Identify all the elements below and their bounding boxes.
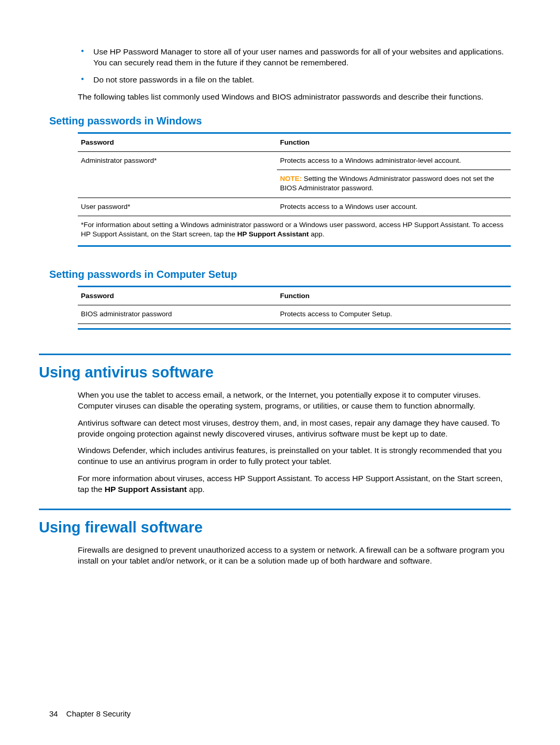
cell-function: Protects access to a Windows administrat… xyxy=(277,151,511,198)
intro-block: Use HP Password Manager to store all of … xyxy=(78,47,511,103)
intro-paragraph: The following tables list commonly used … xyxy=(78,92,511,103)
table-bottom-rule xyxy=(78,328,511,330)
table-row: Administrator password* Protects access … xyxy=(78,151,511,198)
para-post: app. xyxy=(187,485,204,494)
paragraph: Antivirus software can detect most virus… xyxy=(78,418,511,440)
document-page: Use HP Password Manager to store all of … xyxy=(0,0,560,745)
paragraph: For more information about viruses, acce… xyxy=(78,473,511,495)
cell-function: Protects access to a Windows user accoun… xyxy=(277,198,511,216)
windows-table-wrap: Password Function Administrator password… xyxy=(78,132,511,247)
heading-setup: Setting passwords in Computer Setup xyxy=(49,268,511,282)
list-item: Do not store passwords in a file on the … xyxy=(78,75,511,86)
table-header-row: Password Function xyxy=(78,133,511,151)
table-row: User password* Protects access to a Wind… xyxy=(78,198,511,216)
function-note: NOTE: Setting the Windows Administrator … xyxy=(277,170,511,197)
col-function: Function xyxy=(277,287,511,305)
page-number: 34 xyxy=(49,709,58,718)
col-function: Function xyxy=(277,133,511,151)
heading-antivirus: Using antivirus software xyxy=(39,354,511,383)
note-text: Setting the Windows Administrator passwo… xyxy=(280,175,494,192)
heading-firewall: Using firewall software xyxy=(39,509,511,538)
table-header-row: Password Function xyxy=(78,287,511,305)
footnote-post: app. xyxy=(309,230,324,238)
setup-table-wrap: Password Function BIOS administrator pas… xyxy=(78,286,511,329)
para-bold: HP Support Assistant xyxy=(105,485,187,494)
note-label: NOTE: xyxy=(280,175,302,182)
paragraph: Windows Defender, which includes antivir… xyxy=(78,445,511,467)
bullet-list: Use HP Password Manager to store all of … xyxy=(78,47,511,86)
cell-function: Protects access to Computer Setup. xyxy=(277,305,511,324)
col-password: Password xyxy=(78,133,277,151)
cell-password: BIOS administrator password xyxy=(78,305,277,324)
col-password: Password xyxy=(78,287,277,305)
paragraph: Firewalls are designed to prevent unauth… xyxy=(78,545,511,567)
windows-password-table: Password Function Administrator password… xyxy=(78,132,511,216)
antivirus-body: When you use the tablet to access email,… xyxy=(78,390,511,495)
page-footer: 34 Chapter 8 Security xyxy=(49,709,131,719)
paragraph: When you use the tablet to access email,… xyxy=(78,390,511,412)
table-footnote: *For information about setting a Windows… xyxy=(78,216,511,247)
chapter-label: Chapter 8 Security xyxy=(66,709,131,718)
cell-password: User password* xyxy=(78,198,277,216)
setup-password-table: Password Function BIOS administrator pas… xyxy=(78,286,511,324)
heading-windows: Setting passwords in Windows xyxy=(49,114,511,128)
function-text: Protects access to a Windows administrat… xyxy=(277,152,511,170)
cell-password: Administrator password* xyxy=(78,151,277,198)
footnote-bold: HP Support Assistant xyxy=(237,230,309,238)
firewall-body: Firewalls are designed to prevent unauth… xyxy=(78,545,511,567)
list-item: Use HP Password Manager to store all of … xyxy=(78,47,511,68)
table-row: BIOS administrator password Protects acc… xyxy=(78,305,511,324)
